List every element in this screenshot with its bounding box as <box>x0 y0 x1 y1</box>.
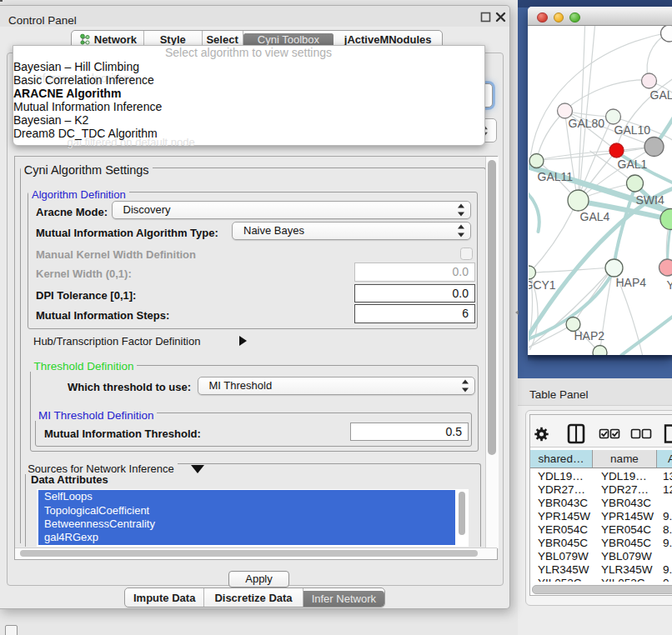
svg-text:HAP2: HAP2 <box>574 329 604 342</box>
svg-text:GCY1: GCY1 <box>529 278 556 292</box>
svg-text:GAL4: GAL4 <box>579 210 609 223</box>
svg-text:GAL11: GAL11 <box>537 170 573 183</box>
svg-text:GAL10: GAL10 <box>614 123 650 137</box>
svg-text:GAL1: GAL1 <box>617 158 647 171</box>
svg-text:Y: Y <box>666 278 672 292</box>
svg-text:GAL7: GAL7 <box>649 88 672 102</box>
svg-text:SWI4: SWI4 <box>635 193 664 207</box>
svg-text:GAL80: GAL80 <box>568 117 604 130</box>
svg-text:HAP4: HAP4 <box>615 276 646 289</box>
